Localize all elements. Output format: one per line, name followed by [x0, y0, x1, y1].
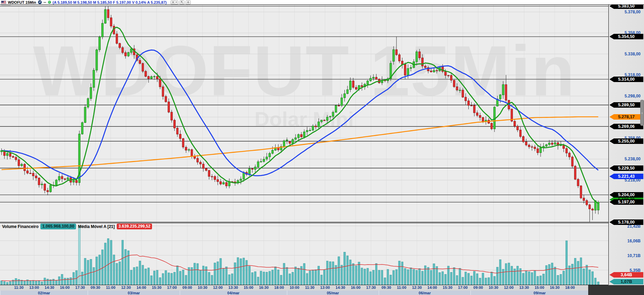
time-tick-label: 15:30	[152, 285, 161, 290]
time-tick-label: 17:00	[167, 285, 177, 290]
price-tag-black: 5.229,50	[609, 165, 643, 171]
chart-plot-area[interactable]: WDOFUT 15Min Dolar Mini Volume Financeir…	[0, 5, 608, 285]
time-tick-label: 11:00	[106, 285, 116, 290]
time-tick-label: 12:30	[121, 285, 131, 290]
price-scale-label: 5.298,00	[624, 94, 641, 98]
date-label: 09/mar	[470, 291, 608, 295]
date-label: 03/mar	[88, 291, 179, 295]
price-tag-orange: 5.278,17	[609, 114, 643, 120]
volume-tag-red: 3,64B	[609, 272, 643, 278]
price-scale-label: 5.378,00	[624, 10, 641, 14]
exchange-bmf-icon	[38, 0, 42, 4]
time-tick-label: 11:30	[14, 285, 24, 290]
time-tick-row: 11:3013:0014:3016:0017:3009:3011:0012:30…	[0, 285, 608, 291]
time-tick-label: 10:00	[290, 285, 299, 290]
price-scale-label: 5.318,00	[624, 72, 641, 77]
vertical-gridlines	[19, 5, 570, 285]
time-tick-label: 18:00	[565, 285, 575, 290]
time-tick-label: 14:00	[427, 285, 437, 290]
trading-app-window: WDOFUT 15Min (A 5.189,50 M 5.198,50 M 5.…	[0, 0, 644, 295]
date-label: 02/mar	[0, 291, 88, 295]
time-tick-label: 10:30	[198, 285, 207, 290]
date-band-row: 02/mar03/mar04/mar05/mar06/mar09/mar	[0, 291, 608, 295]
time-tick-label: 14:00	[137, 285, 146, 290]
volume-indicator-label: Volume Financeiro	[2, 224, 38, 229]
price-tag-black: 5.197,00	[609, 199, 643, 205]
time-tick-label: 12:30	[412, 285, 422, 290]
price-tag-black: 5.255,00	[609, 138, 643, 144]
indicator-tools-button[interactable]	[171, 0, 178, 4]
volume-scale-label: 10,71B	[627, 253, 641, 258]
time-axis[interactable]: 11:3013:0014:3016:0017:3009:3011:0012:30…	[0, 285, 608, 295]
price-tag-black: 5.269,06	[609, 124, 643, 129]
volume-ma-label: Média Móvel A [21]	[78, 224, 115, 229]
volume-scale-label: 16,06B	[627, 239, 641, 243]
tools-icon	[172, 1, 175, 4]
time-tick-label: 17:30	[366, 285, 376, 290]
price-volume-chart-canvas[interactable]	[0, 5, 608, 285]
price-gridlines	[0, 12, 608, 222]
date-label: 05/mar	[287, 291, 379, 295]
price-scale-label: 5.338,00	[624, 52, 641, 56]
symbol-title: WDOFUT 15Min	[8, 0, 36, 4]
minus-icon	[43, 2, 46, 3]
volume-tag-teal: 1,07B	[609, 279, 643, 284]
date-label: 06/mar	[379, 291, 470, 295]
time-tick-label: 13:30	[228, 285, 238, 290]
time-tick-label: 09:30	[381, 285, 391, 290]
time-tick-label: 13:00	[29, 285, 39, 290]
chevron-down-icon	[175, 2, 177, 3]
time-tick-label: 09:30	[91, 285, 100, 290]
time-tick-label: 11:30	[305, 285, 315, 290]
candles	[1, 6, 599, 222]
time-tick-label: 14:30	[45, 285, 54, 290]
price-tag-black: 5.314,00	[609, 77, 643, 82]
time-tick-label: 17:30	[75, 285, 85, 290]
time-tick-label: 10:30	[489, 285, 498, 290]
price-tag-black: 5.178,00	[609, 219, 643, 225]
chart-toolbar: WDOFUT 15Min (A 5.189,50 M 5.198,50 M 5.…	[0, 0, 644, 5]
arrow-nw-icon	[180, 1, 184, 4]
bottom-right-corner-panel	[588, 285, 644, 295]
time-tick-label: 15:00	[244, 285, 253, 290]
time-tick-label: 12:00	[213, 285, 223, 290]
plus-icon	[187, 1, 190, 4]
volume-scale-label: 5,35B	[630, 268, 641, 273]
time-tick-label: 16:00	[60, 285, 70, 290]
price-tag-blue: 5.221,43	[609, 174, 643, 179]
volume-indicator-header: Volume Financeiro 1.065.968.100,00 Média…	[2, 224, 152, 229]
time-tick-label: 16:30	[550, 285, 559, 290]
price-tag-black: 5.354,50	[609, 34, 643, 39]
time-tick-label: 14:30	[336, 285, 345, 290]
toolbar-buttons	[171, 0, 191, 4]
pointer-mode-button[interactable]	[179, 0, 185, 4]
price-tag-black: 5.204,00	[609, 192, 643, 198]
price-scale-label: 5.238,00	[624, 157, 641, 161]
time-tick-label: 13:00	[320, 285, 330, 290]
add-object-button[interactable]	[186, 0, 191, 4]
time-tick-label: 12:00	[504, 285, 514, 290]
side-panel-collapse-grip[interactable]: ‹	[640, 100, 644, 126]
price-level-lines	[0, 6, 608, 222]
time-tick-label: 15:00	[534, 285, 544, 290]
volume-value-badge: 1.065.968.100,00	[40, 224, 76, 229]
ohlc-quote-text: (A 5.189,50 M 5.198,50 M 5.185,50 F 5.19…	[53, 0, 167, 4]
time-tick-label: 11:00	[397, 285, 406, 290]
volume-ma-value-badge: 3.639.235.299,52	[117, 224, 152, 229]
time-tick-label: 09:00	[182, 285, 192, 290]
time-tick-label: 16:00	[351, 285, 361, 290]
price-tag-black: 5.289,50	[609, 102, 643, 108]
time-tick-label: 17:00	[458, 285, 468, 290]
market-open-status-icon	[48, 1, 51, 4]
time-tick-label: 16:30	[259, 285, 268, 290]
time-tick-label: 18:00	[274, 285, 284, 290]
date-label: 04/mar	[180, 291, 287, 295]
time-tick-label: 13:30	[519, 285, 529, 290]
time-tick-label: 09:00	[473, 285, 483, 290]
price-axis[interactable]: 5.378,005.358,005.338,005.318,005.298,00…	[608, 5, 644, 285]
us-flag-icon	[1, 1, 6, 4]
time-tick-label: 15:30	[443, 285, 452, 290]
